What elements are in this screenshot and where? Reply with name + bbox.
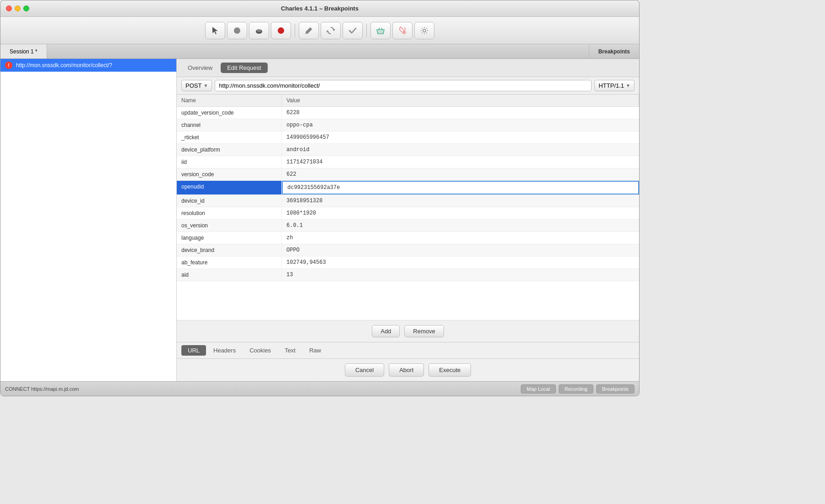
table-row[interactable]: _rticket1499065996457	[177, 131, 639, 144]
action-bar: Add Remove	[177, 320, 639, 342]
maximize-button[interactable]	[23, 5, 29, 11]
param-value: 6228	[282, 107, 639, 119]
minimize-button[interactable]	[15, 5, 21, 11]
param-name: _rticket	[177, 131, 282, 143]
map-local-pill[interactable]: Map Local	[521, 384, 556, 394]
breakpoint-icon: !	[5, 62, 12, 69]
remove-button[interactable]: Remove	[404, 325, 444, 337]
param-name: language	[177, 232, 282, 244]
sub-tab-bar: Overview Edit Request	[177, 59, 639, 77]
param-value: 1499065996457	[282, 131, 639, 143]
table-row[interactable]: channeloppo-cpa	[177, 119, 639, 131]
recording-pill[interactable]: Recording	[559, 384, 593, 394]
tab-breakpoints[interactable]: Breakpoints	[589, 44, 639, 58]
breakpoint-btn[interactable]	[271, 22, 291, 39]
param-name: aid	[177, 269, 282, 281]
close-button[interactable]	[6, 5, 12, 11]
param-value: oppo-cpa	[282, 119, 639, 131]
svg-point-3	[278, 27, 284, 34]
basket-btn[interactable]	[370, 22, 391, 39]
add-button[interactable]: Add	[372, 325, 400, 337]
execute-button[interactable]: Execute	[428, 363, 471, 377]
method-value: POST	[185, 82, 201, 89]
param-name: device_id	[177, 195, 282, 207]
param-value: zh	[282, 232, 639, 244]
title-bar: Charles 4.1.1 – Breakpoints	[0, 0, 639, 17]
throttle-btn[interactable]	[249, 22, 269, 39]
settings-btn[interactable]	[414, 22, 434, 39]
header-name: Name	[177, 94, 282, 106]
table-header: Name Value	[177, 94, 639, 107]
table-row[interactable]: device_id36918951328	[177, 195, 639, 207]
footer-btn-row: Cancel Abort Execute	[177, 359, 639, 381]
sidebar-item[interactable]: ! http://mon.snssdk.com/monitor/collect/…	[0, 59, 176, 72]
status-btns: Map Local Recording Breakpoints	[521, 384, 635, 394]
param-value: 36918951328	[282, 195, 639, 207]
param-name: iid	[177, 156, 282, 168]
table-row[interactable]: ab_feature102749,94563	[177, 257, 639, 269]
right-panel: Overview Edit Request POST ▼ HTTP/1.1 ▼ …	[177, 59, 639, 381]
traffic-lights	[6, 5, 29, 11]
param-name: os_version	[177, 220, 282, 231]
tab-overview[interactable]: Overview	[181, 63, 219, 73]
window-title: Charles 4.1.1 – Breakpoints	[281, 5, 359, 12]
tab-bar: Session 1 * Breakpoints	[0, 44, 639, 59]
param-name: ab_feature	[177, 257, 282, 268]
protocol-value: HTTP/1.1	[598, 82, 624, 89]
method-dropdown-icon: ▼	[203, 83, 208, 88]
param-value: 6.0.1	[282, 220, 639, 231]
url-bar: POST ▼ HTTP/1.1 ▼	[177, 77, 639, 94]
status-bar: CONNECT https://mapi.m.jd.com Map Local …	[0, 381, 639, 396]
tools-btn[interactable]	[392, 22, 412, 39]
method-select[interactable]: POST ▼	[181, 80, 212, 91]
tab-url[interactable]: URL	[181, 345, 206, 356]
table-row[interactable]: openudiddc9923155692a37e	[177, 181, 639, 195]
separator-1	[295, 24, 295, 37]
param-value: 622	[282, 168, 639, 180]
url-input[interactable]	[215, 80, 592, 91]
param-value: 102749,94563	[282, 257, 639, 268]
cancel-button[interactable]: Cancel	[345, 363, 384, 377]
refresh-btn[interactable]	[321, 22, 341, 39]
pen-btn[interactable]	[299, 22, 319, 39]
table-row[interactable]: resolution1080*1920	[177, 207, 639, 220]
main-content: ! http://mon.snssdk.com/monitor/collect/…	[0, 59, 639, 381]
check-btn[interactable]	[343, 22, 363, 39]
table-row[interactable]: version_code622	[177, 168, 639, 181]
svg-point-0	[234, 27, 240, 34]
separator-2	[366, 24, 367, 37]
tab-raw[interactable]: Raw	[303, 345, 328, 356]
param-name: openudid	[177, 181, 282, 194]
table-row[interactable]: iid11714271034	[177, 156, 639, 168]
param-value: 11714271034	[282, 156, 639, 168]
sidebar: ! http://mon.snssdk.com/monitor/collect/…	[0, 59, 177, 381]
header-value: Value	[282, 94, 639, 106]
table-row[interactable]: aid13	[177, 269, 639, 281]
tab-session1[interactable]: Session 1 *	[0, 44, 47, 58]
tab-headers[interactable]: Headers	[207, 345, 242, 356]
tab-cookies[interactable]: Cookies	[243, 345, 277, 356]
param-name: device_brand	[177, 244, 282, 256]
bottom-tab-bar: URL Headers Cookies Text Raw	[177, 342, 639, 359]
table-row[interactable]: languagezh	[177, 232, 639, 244]
param-name: version_code	[177, 168, 282, 180]
svg-point-7	[423, 29, 426, 32]
param-value[interactable]: dc9923155692a37e	[282, 181, 639, 194]
param-value: android	[282, 144, 639, 156]
record-btn[interactable]	[227, 22, 247, 39]
table-row[interactable]: device_brandOPPO	[177, 244, 639, 257]
param-value: 13	[282, 269, 639, 281]
tab-text[interactable]: Text	[278, 345, 302, 356]
breakpoints-pill[interactable]: Breakpoints	[596, 384, 635, 394]
param-name: update_version_code	[177, 107, 282, 119]
svg-point-6	[403, 31, 405, 33]
table-row[interactable]: os_version6.0.1	[177, 220, 639, 232]
pointer-btn[interactable]	[205, 22, 225, 39]
protocol-dropdown-icon: ▼	[626, 83, 630, 88]
table-row[interactable]: device_platformandroid	[177, 144, 639, 156]
protocol-select[interactable]: HTTP/1.1 ▼	[594, 80, 635, 91]
table-row[interactable]: update_version_code6228	[177, 107, 639, 119]
status-text: CONNECT https://mapi.m.jd.com	[5, 386, 521, 392]
abort-button[interactable]: Abort	[389, 363, 424, 377]
tab-edit-request[interactable]: Edit Request	[221, 63, 267, 73]
